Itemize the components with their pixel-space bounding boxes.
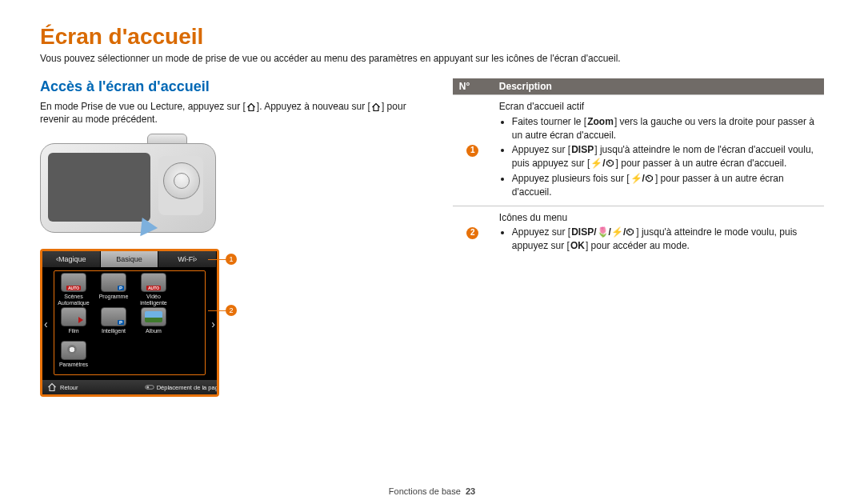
table-header-number: N° bbox=[453, 78, 493, 95]
table-row: 1Ecran d'accueil actifFaites tourner le … bbox=[453, 95, 824, 206]
chevron-left-icon[interactable]: ‹ bbox=[44, 318, 48, 330]
app-album[interactable]: Album bbox=[138, 307, 170, 339]
home-icon bbox=[246, 102, 256, 112]
key-label: DISP bbox=[571, 143, 594, 157]
annotation-2-badge: 2 bbox=[226, 305, 237, 316]
key-label: DISP/🌷/⚡/⏲ bbox=[571, 226, 635, 239]
key-label: ⚡/⏲ bbox=[590, 157, 614, 170]
app-icon bbox=[61, 341, 86, 360]
app-label: Vidéointelligente bbox=[140, 294, 166, 306]
app-programme[interactable]: Programme bbox=[98, 273, 130, 306]
app-icon bbox=[141, 273, 166, 292]
app-label: Programme bbox=[99, 294, 129, 305]
tab-basique[interactable]: Basique bbox=[101, 251, 159, 267]
app-label: ScènesAutomatique bbox=[58, 294, 89, 306]
list-item: Appuyez sur [DISP/🌷/⚡/⏲] jusqu'à atteind… bbox=[512, 226, 818, 253]
section-title: Accès à l'écran d'accueil bbox=[40, 78, 424, 95]
row-title: Ecran d'accueil actif bbox=[499, 100, 818, 114]
zoom-icon bbox=[145, 382, 154, 392]
home-screen-screenshot: ‹ Magique Basique Wi-Fi › ‹ › ScènesAuto… bbox=[40, 249, 251, 397]
annotation-1-badge: 1 bbox=[226, 254, 237, 265]
row-title: Icônes du menu bbox=[499, 211, 818, 225]
list-item: Appuyez plusieurs fois sur [⚡/⏲] pour pa… bbox=[512, 172, 818, 199]
tab-bar: ‹ Magique Basique Wi-Fi › bbox=[42, 251, 217, 267]
key-label: Zoom bbox=[587, 115, 614, 129]
key-label: ⚡/⏲ bbox=[630, 172, 654, 186]
camera-illustration bbox=[40, 134, 214, 238]
app-label: Film bbox=[68, 328, 78, 339]
app-scènes[interactable]: ScènesAutomatique bbox=[58, 273, 90, 306]
chevron-right-icon[interactable]: › bbox=[211, 318, 215, 330]
list-item: Faites tourner le [Zoom] vers la gauche … bbox=[512, 115, 818, 142]
home-icon bbox=[371, 102, 381, 112]
app-icon bbox=[141, 307, 166, 326]
row-number-badge: 1 bbox=[466, 145, 478, 157]
app-paramètres[interactable]: Paramètres bbox=[58, 341, 90, 373]
section-body: En mode Prise de vue ou Lecture, appuyez… bbox=[40, 100, 424, 126]
app-icon bbox=[61, 307, 86, 326]
app-icon bbox=[101, 273, 126, 292]
home-icon bbox=[47, 382, 57, 392]
row-number-badge: 2 bbox=[466, 227, 478, 239]
dpad-icon bbox=[163, 162, 200, 199]
description-table: N° Description 1Ecran d'accueil actifFai… bbox=[453, 78, 824, 259]
table-row: 2Icônes du menuAppuyez sur [DISP/🌷/⚡/⏲] … bbox=[453, 206, 824, 259]
page-footer: Fonctions de base 23 bbox=[0, 486, 864, 496]
app-icon bbox=[61, 273, 86, 292]
table-header-description: Description bbox=[493, 78, 824, 95]
page-intro: Vous pouvez sélectionner un mode de pris… bbox=[40, 53, 824, 64]
app-intelligent[interactable]: Intelligent bbox=[98, 307, 130, 339]
footer-back-label[interactable]: Retour bbox=[60, 384, 78, 391]
footer-move-label: Déplacement de la page bbox=[157, 384, 219, 391]
app-vidéo[interactable]: Vidéointelligente bbox=[138, 273, 170, 306]
app-label: Paramètres bbox=[59, 362, 88, 373]
tab-magique[interactable]: ‹ Magique bbox=[42, 251, 101, 267]
app-label: Album bbox=[146, 328, 162, 339]
svg-point-1 bbox=[146, 386, 149, 389]
app-label: Intelligent bbox=[102, 328, 126, 339]
app-icon bbox=[101, 307, 126, 326]
page-title: Écran d'accueil bbox=[40, 24, 824, 50]
list-item: Appuyez sur [DISP] jusqu'à atteindre le … bbox=[512, 143, 818, 170]
app-film[interactable]: Film bbox=[58, 307, 90, 339]
key-label: OK bbox=[570, 239, 585, 253]
